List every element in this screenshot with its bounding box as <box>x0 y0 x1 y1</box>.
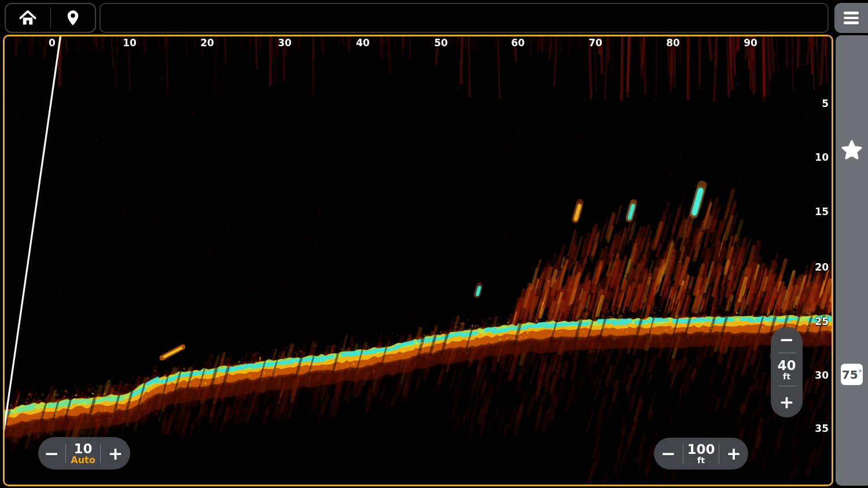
depth-tick-label: 25 <box>815 316 829 327</box>
depth-tick-label: 20 <box>815 261 829 273</box>
zoom-control: − 10 Auto + <box>38 437 130 469</box>
zoom-auto-label: Auto <box>71 456 95 465</box>
range-tick-label: 90 <box>744 37 757 49</box>
range-tick-label: 60 <box>511 37 525 49</box>
depth-range-decrease-button[interactable]: − <box>771 327 803 353</box>
zoom-decrease-button[interactable]: − <box>38 437 65 469</box>
favorite-star-button[interactable] <box>841 139 863 161</box>
range-tick-label: 80 <box>666 37 680 49</box>
range-tick-label: 30 <box>278 37 292 49</box>
home-button[interactable] <box>6 4 50 32</box>
tab-strip[interactable] <box>100 3 829 33</box>
range-tick-label: 0 <box>49 37 56 49</box>
temperature-badge: 75° <box>841 364 863 385</box>
fishfinder-screen: { "topbar": { "icons": {"home": "home-ic… <box>0 0 868 488</box>
range-tick-label: 20 <box>200 37 214 49</box>
depth-tick-label: 30 <box>815 369 829 381</box>
range-tick-label: 10 <box>123 37 137 49</box>
menu-button[interactable] <box>834 3 868 33</box>
range-tick-label: 50 <box>434 37 448 49</box>
depth-tick-label: 15 <box>815 206 829 217</box>
zoom-increase-button[interactable]: + <box>101 437 130 469</box>
hamburger-menu-icon <box>844 12 859 14</box>
depth-tick-label: 5 <box>822 98 829 109</box>
sonar-view[interactable]: 0102030405060708090 5101520253035 − 10 A… <box>3 35 833 486</box>
depth-tick-label: 35 <box>815 423 829 434</box>
waypoint-button[interactable] <box>51 4 95 32</box>
depth-range-increase-button[interactable]: + <box>771 386 803 417</box>
location-pin-icon <box>64 8 82 28</box>
range-control: − 100 ft + <box>654 438 748 469</box>
depth-tick-label: 10 <box>815 151 829 163</box>
depth-range-control: − 40 ft + <box>771 327 803 417</box>
zoom-value: 10 Auto <box>66 442 100 465</box>
right-sidebar: 75° <box>836 35 868 486</box>
range-decrease-button[interactable]: − <box>654 438 683 469</box>
range-tick-label: 70 <box>589 37 602 49</box>
sonar-image <box>5 36 832 485</box>
star-icon <box>841 139 863 161</box>
depth-range-value: 40 ft <box>777 353 796 386</box>
nav-button-group <box>5 3 96 33</box>
range-tick-label: 40 <box>356 37 370 49</box>
home-icon <box>17 8 38 28</box>
range-value: 100 ft <box>683 442 719 465</box>
range-increase-button[interactable]: + <box>719 438 748 469</box>
